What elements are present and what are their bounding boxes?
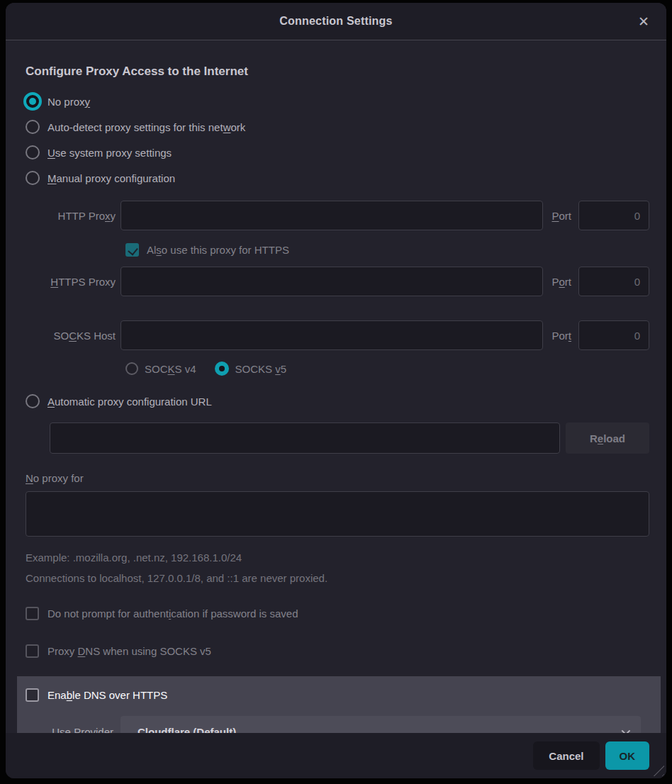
close-icon[interactable]: ✕ xyxy=(632,10,655,33)
chevron-down-icon xyxy=(622,726,631,733)
example-hint: Example: .mozilla.org, .net.nz, 192.168.… xyxy=(26,551,649,564)
no-proxy-for-textarea[interactable] xyxy=(26,491,649,537)
socks-v4-option[interactable]: SOCKS v4 xyxy=(125,362,196,375)
ok-button[interactable]: OK xyxy=(605,741,650,770)
enable-doh-checkbox[interactable] xyxy=(26,688,39,702)
dialog-footer: Cancel OK xyxy=(6,733,666,778)
cancel-button[interactable]: Cancel xyxy=(533,741,599,770)
enable-doh-label: Enable DNS over HTTPS xyxy=(47,689,167,701)
doh-provider-row: Use Provider Cloudflare (Default) xyxy=(26,716,641,733)
radio-auto-detect-label: Auto-detect proxy settings for this netw… xyxy=(47,121,245,133)
reload-button[interactable]: Reload xyxy=(566,422,649,454)
no-auth-prompt-checkbox[interactable] xyxy=(26,607,39,620)
radio-socks-v4[interactable] xyxy=(125,362,138,375)
http-port-input[interactable] xyxy=(578,201,649,230)
localhost-hint: Connections to localhost, 127.0.0.1/8, a… xyxy=(26,572,649,584)
radio-auto-detect[interactable] xyxy=(26,120,40,134)
no-proxy-for-label: No proxy for xyxy=(26,472,649,484)
radio-auto-url[interactable] xyxy=(26,394,40,408)
radio-row-manual-proxy[interactable]: Manual proxy configuration xyxy=(26,165,649,191)
radio-manual-proxy-label: Manual proxy configuration xyxy=(47,172,175,184)
radio-manual-proxy[interactable] xyxy=(26,171,40,185)
radio-no-proxy[interactable] xyxy=(23,92,42,111)
connection-settings-dialog: Connection Settings ✕ Configure Proxy Ac… xyxy=(6,3,666,778)
also-https-row[interactable]: Also use this proxy for HTTPS xyxy=(125,237,649,262)
no-auth-prompt-label: Do not prompt for authentication if pass… xyxy=(47,607,298,620)
http-proxy-row: HTTP Proxy Port xyxy=(26,201,649,230)
radio-row-system-proxy[interactable]: Use system proxy settings xyxy=(26,140,649,165)
http-proxy-input[interactable] xyxy=(121,201,543,230)
https-proxy-label: HTTPS Proxy xyxy=(26,276,121,288)
socks-v5-label: SOCKS v5 xyxy=(235,363,287,375)
radio-socks-v5[interactable] xyxy=(215,362,229,376)
proxy-dns-label: Proxy DNS when using SOCKS v5 xyxy=(47,645,211,657)
socks-host-input[interactable] xyxy=(121,320,543,350)
socks-v5-option[interactable]: SOCKS v5 xyxy=(215,362,287,376)
also-https-checkbox[interactable] xyxy=(125,243,139,257)
screen: Connection Settings ✕ Configure Proxy Ac… xyxy=(0,0,672,784)
no-auth-prompt-row[interactable]: Do not prompt for authentication if pass… xyxy=(26,601,649,626)
radio-row-auto-detect[interactable]: Auto-detect proxy settings for this netw… xyxy=(26,114,649,140)
proxy-dns-checkbox[interactable] xyxy=(26,644,39,658)
enable-doh-row[interactable]: Enable DNS over HTTPS xyxy=(26,684,641,706)
also-https-label: Also use this proxy for HTTPS xyxy=(147,244,289,256)
radio-row-auto-url[interactable]: Automatic proxy configuration URL xyxy=(26,388,649,414)
doh-provider-dropdown[interactable]: Cloudflare (Default) xyxy=(121,716,641,733)
socks-version-row: SOCKS v4 SOCKS v5 xyxy=(125,357,649,380)
dialog-body: Configure Proxy Access to the Internet N… xyxy=(6,40,666,733)
dialog-title: Connection Settings xyxy=(279,15,392,28)
socks-port-label: Port xyxy=(551,330,571,342)
doh-highlight-band: Enable DNS over HTTPS Use Provider Cloud… xyxy=(17,676,661,733)
socks-port-input[interactable] xyxy=(578,320,649,350)
proxy-dns-row[interactable]: Proxy DNS when using SOCKS v5 xyxy=(26,639,649,663)
section-heading: Configure Proxy Access to the Internet xyxy=(26,65,649,79)
https-port-input[interactable] xyxy=(578,267,649,296)
doh-provider-value: Cloudflare (Default) xyxy=(138,726,622,734)
https-proxy-input[interactable] xyxy=(121,267,543,296)
http-proxy-label: HTTP Proxy xyxy=(26,210,121,222)
https-proxy-row: HTTPS Proxy Port xyxy=(26,267,649,296)
socks-host-row: SOCKS Host Port xyxy=(26,320,649,350)
radio-system-proxy-label: Use system proxy settings xyxy=(47,147,172,159)
auto-url-input[interactable] xyxy=(50,422,560,454)
use-provider-label: Use Provider xyxy=(26,726,121,734)
socks-v4-label: SOCKS v4 xyxy=(145,363,196,375)
resize-grip[interactable] xyxy=(653,765,664,776)
radio-system-proxy[interactable] xyxy=(26,145,40,159)
socks-host-label: SOCKS Host xyxy=(26,330,121,342)
radio-no-proxy-label: No proxy xyxy=(47,96,90,108)
dialog-titlebar: Connection Settings ✕ xyxy=(6,3,666,40)
http-port-label: Port xyxy=(551,210,571,222)
https-port-label: Port xyxy=(551,276,571,288)
radio-row-no-proxy[interactable]: No proxy xyxy=(26,89,649,114)
radio-auto-url-label: Automatic proxy configuration URL xyxy=(47,396,212,408)
auto-url-row: Reload xyxy=(50,422,649,454)
